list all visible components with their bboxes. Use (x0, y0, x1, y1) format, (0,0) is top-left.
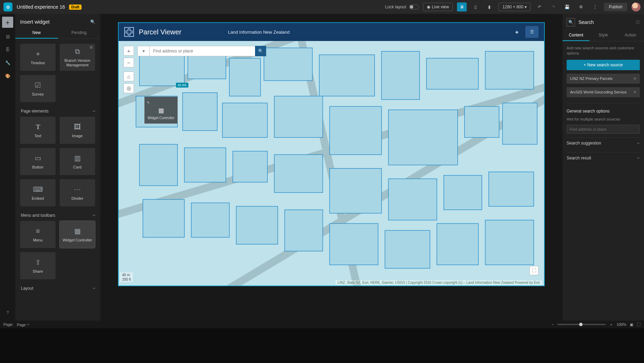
settings-icon[interactable]: ⚙ (576, 2, 586, 11)
widget-button[interactable]: ▭Button (20, 148, 56, 175)
list-button[interactable]: ☰ (525, 26, 539, 38)
fit-screen-icon[interactable]: ▣ (630, 322, 633, 327)
source-label: LINZ NZ Primary Parcels (570, 76, 612, 81)
expand-map-button[interactable]: ⛶ (529, 266, 539, 275)
svg-rect-27 (444, 175, 482, 210)
status-bar: Page: Page − ＋ 100% ▣ ⛶ (0, 321, 644, 328)
survey-icon: ☑ (35, 81, 41, 89)
config-tab-style[interactable]: Style (590, 30, 617, 41)
device-tablet-icon[interactable]: ▯ (471, 2, 481, 11)
insert-tab-new[interactable]: New (15, 27, 58, 39)
device-phone-icon[interactable]: ▮ (485, 2, 494, 11)
widget-image[interactable]: 🖼Image (60, 117, 95, 144)
widget-label: Branch Version Management (60, 58, 95, 67)
widget-card[interactable]: ▥Card (60, 148, 95, 175)
config-tab-action[interactable]: Action (617, 30, 644, 41)
section-menu-toolbars[interactable]: Menu and toolbars (20, 210, 95, 221)
widget-branch-version-management[interactable]: ⚙ ⧉ Branch Version Management (60, 44, 95, 71)
controller-icon: ▦ (158, 107, 164, 114)
zoom-in-icon[interactable]: ＋ (609, 322, 613, 327)
controller-icon: ▦ (74, 227, 81, 235)
widget-share[interactable]: ⇪Share (20, 252, 56, 279)
theme-icon[interactable]: 🎨 (3, 72, 12, 81)
lock-layout-label: Lock layout (385, 5, 406, 9)
svg-rect-16 (274, 96, 323, 138)
cursor-icon: ↖ (147, 100, 150, 105)
lock-layout-toggle[interactable] (409, 5, 419, 9)
map-search: ▾ 🔍 (137, 46, 266, 56)
live-view-button[interactable]: ◉Live view (423, 3, 453, 11)
search-source-dropdown[interactable]: ▾ (137, 46, 149, 56)
config-description: Add new search sources and customize opt… (567, 46, 640, 56)
timeline-icon: ⌖ (36, 50, 40, 58)
widget-timeline[interactable]: ⌖ Timeline (20, 44, 56, 71)
svg-rect-8 (264, 48, 313, 81)
search-widgets-icon[interactable]: 🔍 (90, 19, 95, 24)
config-tab-content[interactable]: Content (562, 30, 590, 41)
save-icon[interactable]: 💾 (562, 2, 572, 11)
widget-embed[interactable]: ⌨Embed (20, 179, 56, 206)
app-subtitle: Land Information New Zealand (228, 30, 290, 35)
svg-rect-33 (330, 224, 378, 265)
insert-panel: Insert widget 🔍 New Pending ⌖ Timeline ⚙… (15, 14, 100, 321)
page-icon[interactable]: ▤ (3, 32, 12, 41)
search-source-item[interactable]: ArcGIS World Geocoding Service ✕ (567, 87, 640, 97)
locate-button[interactable]: ◎ (124, 83, 134, 93)
widget-menu[interactable]: ≡Menu (20, 221, 56, 248)
svg-rect-22 (184, 148, 226, 182)
screen-size-select[interactable]: 1280 × 800 ▾ (499, 3, 531, 11)
config-panel: 🔍 Search ⓘ Content Style Action Add new … (562, 14, 644, 321)
drag-ghost-widget-controller[interactable]: ↖ ▦ Widget Controller (144, 97, 178, 124)
section-page-elements[interactable]: Page elements (20, 106, 95, 117)
widget-label: Image (72, 134, 83, 138)
undo-icon[interactable]: ↶ (535, 2, 544, 11)
publish-button[interactable]: Publish (604, 3, 627, 11)
page-selector[interactable]: Page (17, 322, 28, 327)
new-search-source-button[interactable]: + New search source (567, 60, 640, 70)
widget-controller[interactable]: ▦Widget Controller (60, 221, 95, 248)
config-title: Search (578, 19, 632, 25)
remove-source-icon[interactable]: ✕ (633, 90, 636, 94)
help-icon[interactable]: ? (3, 308, 12, 317)
widget-label: Widget Controller (63, 238, 92, 242)
remove-source-icon[interactable]: ✕ (633, 76, 636, 81)
help-info-icon[interactable]: ⓘ (636, 19, 640, 25)
widget-label: Divider (71, 196, 83, 200)
divider-icon: ⋯ (74, 185, 81, 193)
map-search-input[interactable] (149, 46, 255, 56)
tools-icon[interactable]: 🔧 (3, 58, 12, 67)
svg-rect-9 (319, 55, 374, 96)
map-search-button[interactable]: 🔍 (255, 46, 266, 56)
fullscreen-icon[interactable]: ⛶ (637, 322, 641, 327)
device-desktop-icon[interactable]: 🖥 (457, 2, 467, 11)
app-logo-icon[interactable]: ◎ (3, 2, 12, 11)
widget-survey[interactable]: ☑ Survey (20, 75, 56, 102)
zoom-slider[interactable] (557, 324, 606, 325)
zoom-in-button[interactable]: + (124, 46, 134, 56)
search-widget-icon: 🔍 (567, 18, 575, 26)
zoom-out-button[interactable]: − (124, 58, 134, 67)
data-icon[interactable]: 🗄 (3, 45, 12, 54)
layers-button[interactable]: ◈ (510, 26, 523, 38)
search-source-item[interactable]: LINZ NZ Primary Parcels ✕ (567, 74, 640, 84)
more-icon[interactable]: ⋮ (590, 2, 600, 11)
widget-text[interactable]: 𝐓Text (20, 117, 56, 144)
widget-divider[interactable]: ⋯Divider (60, 179, 95, 206)
svg-rect-24 (274, 155, 323, 192)
insert-tab-pending[interactable]: Pending (58, 27, 101, 39)
hint-input[interactable] (567, 125, 640, 134)
section-layout[interactable]: Layout (20, 283, 95, 294)
map-view[interactable]: + − ⌂ ◎ ▾ 🔍 20.4% ↖ ▦ Widget Controller … (119, 41, 544, 286)
scale-bar: 40 m 200 ft (120, 272, 133, 282)
button-icon: ▭ (35, 154, 41, 162)
user-avatar[interactable] (632, 2, 641, 11)
app-header: Parcel Viewer Land Information New Zeala… (119, 23, 544, 41)
redo-icon[interactable]: ↷ (549, 2, 558, 11)
insert-widget-button[interactable]: ＋ (2, 17, 13, 28)
app-canvas[interactable]: Parcel Viewer Land Information New Zeala… (118, 22, 545, 286)
zoom-value: 100% (617, 322, 626, 327)
zoom-out-icon[interactable]: − (551, 322, 553, 327)
search-result-accordion[interactable]: Search result (567, 152, 640, 164)
home-button[interactable]: ⌂ (124, 72, 134, 81)
search-suggestion-accordion[interactable]: Search suggestion (567, 137, 640, 149)
